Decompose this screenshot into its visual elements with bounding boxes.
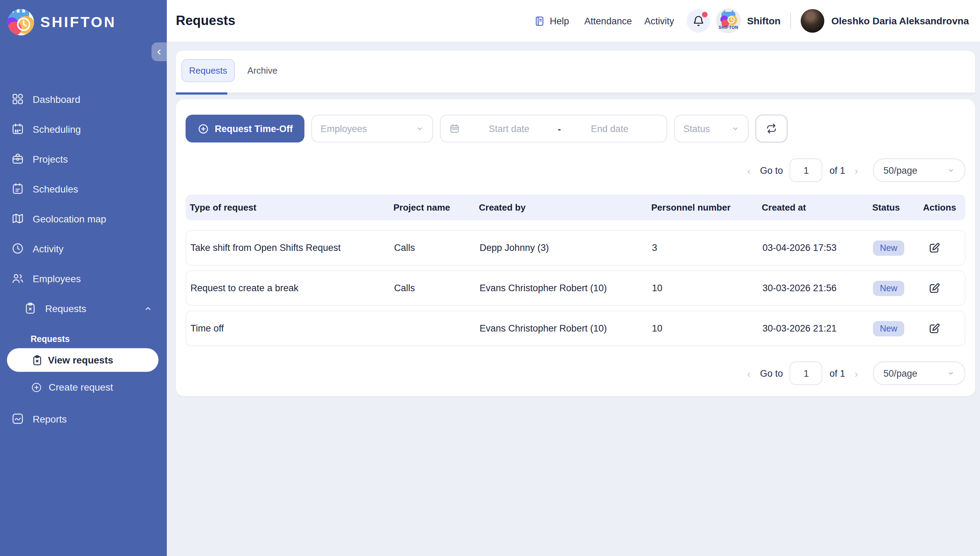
sidebar-item-scheduling[interactable]: Scheduling [0,114,167,144]
cell-created-at: 03-04-2026 17:53 [762,242,873,253]
clipboard-x-icon [31,354,43,366]
calendar-icon [449,123,460,134]
sidebar-item-label: Create request [48,381,113,393]
sidebar-item-label: Reports [33,413,67,424]
chevron-left-icon [155,48,163,56]
sidebar-item-label: Requests [45,303,86,314]
sidebar-item-create-request[interactable]: Create request [0,375,167,399]
activity-link[interactable]: Activity [644,16,674,26]
status-select[interactable]: Status [675,115,749,142]
edit-pencil-icon [928,282,940,294]
date-range-input[interactable]: Start date - End date [440,115,668,142]
app-window: SHIFTON Dashboard Scheduling Projects Sc… [0,0,980,556]
request-time-off-button[interactable]: Request Time-Off [186,115,305,142]
svg-text:SHIFTON: SHIFTON [718,25,738,30]
sidebar-item-label: Dashboard [33,94,80,105]
sidebar-item-geolocation-map[interactable]: Geolocation map [0,204,167,234]
page-number-input[interactable] [790,158,823,182]
pagination-bottom: ‹ Go to of 1 › 50/page [186,361,965,385]
calendar-lines-icon [11,182,24,195]
end-date-placeholder: End date [561,123,659,134]
table-body: Take shift from Open Shifts Request Call… [186,230,965,346]
notifications-button[interactable] [687,9,710,33]
user-name[interactable]: Oleshko Daria Aleksandrovna [831,15,969,26]
sidebar-item-reports[interactable]: Reports [0,404,167,434]
status-badge: New [873,280,904,296]
employees-placeholder: Employees [321,123,367,134]
next-page-button[interactable]: › [852,164,861,176]
chevron-down-icon [416,124,424,133]
active-tab-indicator [176,92,227,95]
sidebar-item-label: View requests [48,354,113,365]
filter-bar: Request Time-Off Employees Start date - … [186,115,965,142]
sidebar-item-label: Geolocation map [33,213,107,224]
sidebar-item-label: Scheduling [33,123,81,134]
sidebar-item-label: Employees [33,273,81,284]
status-badge: New [873,240,904,255]
tab-archive[interactable]: Archive [243,65,282,76]
table-row[interactable]: Request to create a break Calls Evans Ch… [186,270,965,306]
date-separator: - [558,123,561,134]
prev-page-button[interactable]: ‹ [745,164,753,176]
plus-circle-icon [31,381,42,393]
attendance-link[interactable]: Attendance [584,16,632,26]
cell-created-by: Evans Christopher Robert (10) [480,283,652,293]
cell-type-of-request: Take shift from Open Shifts Request [191,242,394,253]
company-avatar[interactable]: SHIFTON [716,8,741,33]
tab-track [176,92,975,95]
column-header: Actions [923,202,965,213]
status-badge: New [873,321,904,336]
clock-icon [11,242,24,255]
sidebar-item-view-requests[interactable]: View requests [7,348,158,372]
column-header: Project name [393,202,479,213]
edit-request-button[interactable] [928,239,944,256]
divider [790,13,791,29]
sidebar-item-schedules[interactable]: Schedules [0,174,167,204]
sidebar-item-requests[interactable]: Requests [0,293,167,323]
sidebar-item-activity[interactable]: Activity [0,234,167,263]
page-number-input[interactable] [790,361,823,385]
topbar: Requests Help Attendance Activity [167,0,980,42]
user-avatar[interactable] [801,9,824,33]
sidebar-item-employees[interactable]: Employees [0,263,167,293]
column-header: Type of request [190,202,393,213]
table-row[interactable]: Time off Evans Christopher Robert (10) 1… [186,311,965,346]
tab-requests[interactable]: Requests [181,59,235,82]
employees-select[interactable]: Employees [312,115,433,142]
table-row[interactable]: Take shift from Open Shifts Request Call… [186,230,965,265]
plus-circle-icon [197,123,209,134]
tabs-card: Requests Archive [176,51,975,95]
sidebar-item-dashboard[interactable]: Dashboard [0,84,167,114]
reset-filters-button[interactable] [756,115,788,142]
map-icon [11,212,24,225]
chevron-down-icon [731,124,740,133]
page-size-select[interactable]: 50/page [873,158,965,182]
main-content: Requests Archive Request Time-Off Employ… [167,42,980,556]
cell-personnel-number: 3 [652,242,762,253]
edit-request-button[interactable] [928,280,944,296]
edit-request-button[interactable] [928,320,944,337]
next-page-button[interactable]: › [852,367,861,379]
cell-created-at: 30-03-2026 21:56 [762,283,873,293]
of-pages-label: of 1 [830,368,845,378]
page-size-value: 50/page [883,368,917,378]
edit-pencil-icon [928,241,940,254]
page-size-select[interactable]: 50/page [873,361,965,385]
help-book-icon [534,15,546,27]
brand[interactable]: SHIFTON [8,9,116,36]
cell-personnel-number: 10 [652,323,762,334]
sidebar-item-projects[interactable]: Projects [0,144,167,174]
requests-group-label: Requests [0,333,167,346]
users-icon [11,272,24,285]
go-to-label: Go to [760,368,783,378]
sidebar-collapse-button[interactable] [152,42,167,61]
notification-dot [702,12,707,18]
help-menu[interactable]: Help [534,15,569,27]
cell-personnel-number: 10 [652,283,762,293]
start-date-placeholder: Start date [460,123,558,134]
requests-card: Request Time-Off Employees Start date - … [176,99,975,396]
company-name[interactable]: Shifton [747,15,780,26]
table-header: Type of request Project name Created by … [186,195,965,220]
cell-project-name: Calls [394,283,480,293]
prev-page-button[interactable]: ‹ [745,367,753,379]
